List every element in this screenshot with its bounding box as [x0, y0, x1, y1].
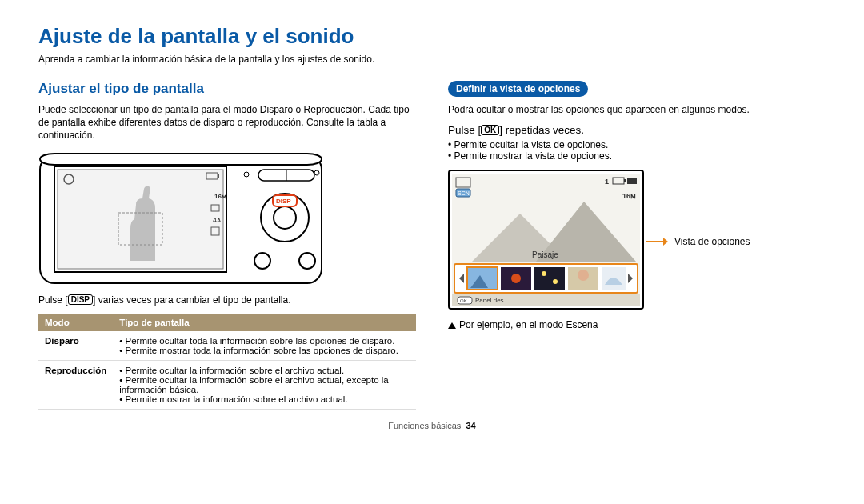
th-mode: Modo — [38, 314, 113, 331]
svg-point-41 — [511, 274, 521, 283]
svg-text:16ᴍ: 16ᴍ — [622, 192, 636, 200]
footer-page: 34 — [466, 421, 475, 430]
mode-item: Permite ocultar la información sobre el … — [119, 366, 410, 375]
table-row: Reproducción Permite ocultar la informac… — [38, 360, 416, 409]
svg-rect-6 — [218, 174, 219, 178]
left-paragraph: Puede seleccionar un tipo de pantalla pa… — [38, 103, 416, 142]
svg-text:DISP: DISP — [276, 198, 291, 205]
modes-table: Modo Tipo de pantalla Disparo Permite oc… — [38, 314, 416, 410]
svg-text:OK: OK — [460, 298, 467, 303]
instr-before: Pulse [ — [448, 124, 481, 136]
camera-screen-illustration: SCN 1 16ᴍ Paisaje — [448, 170, 644, 313]
svg-point-46 — [578, 270, 589, 281]
ok-instruction: Pulse [OK] repetidas veces. — [448, 124, 826, 136]
svg-text:Panel des.: Panel des. — [475, 297, 506, 304]
page-footer: Funciones básicas 34 — [38, 421, 826, 430]
ok-label: OK — [481, 125, 499, 135]
example-text: Por ejemplo, en el modo Escena — [459, 319, 598, 330]
svg-point-19 — [254, 253, 270, 269]
svg-point-20 — [299, 253, 315, 269]
svg-rect-42 — [534, 267, 565, 290]
svg-point-16 — [274, 206, 296, 229]
disp-label: DISP — [68, 294, 93, 305]
svg-text:16ᴍ: 16ᴍ — [214, 193, 226, 200]
bullet-item: Permite ocultar la vista de opciones. — [448, 139, 826, 150]
svg-text:4ᴀ: 4ᴀ — [213, 216, 222, 224]
footer-section: Funciones básicas — [388, 421, 461, 430]
instr-after: ] repetidas veces. — [499, 124, 584, 136]
caption-before: Pulse [ — [38, 294, 68, 306]
disp-caption: Pulse [DISP] varias veces para cambiar e… — [38, 294, 416, 306]
right-bullets: Permite ocultar la vista de opciones. Pe… — [448, 139, 826, 162]
svg-text:1: 1 — [605, 178, 609, 186]
caption-after: ] varias veces para cambiar el tipo de p… — [93, 294, 290, 306]
svg-point-44 — [553, 279, 558, 284]
mode-item: Permite ocultar la información sobre el … — [119, 375, 410, 394]
right-column: Definir la vista de opciones Podrá ocult… — [448, 81, 826, 410]
svg-text:SCN: SCN — [458, 190, 470, 196]
svg-marker-53 — [663, 238, 668, 246]
lede: Aprenda a cambiar la información básica … — [38, 54, 826, 65]
section-heading-left: Ajustar el tipo de pantalla — [38, 81, 416, 97]
right-paragraph: Podrá ocultar o mostrar las opciones que… — [448, 103, 826, 116]
page-title: Ajuste de la pantalla y el sonido — [38, 24, 826, 49]
th-type: Tipo de pantalla — [113, 314, 416, 331]
arrow-icon — [646, 236, 668, 247]
mode-cell: Disparo — [38, 331, 113, 361]
mode-item: Permite mostrar toda la información sobr… — [119, 346, 410, 355]
left-column: Ajustar el tipo de pantalla Puede selecc… — [38, 81, 416, 410]
svg-rect-1 — [40, 154, 322, 165]
camera-illustration: 16ᴍ 4ᴀ DISP — [38, 149, 416, 288]
svg-text:Paisaje: Paisaje — [532, 250, 558, 259]
example-note: Por ejemplo, en el modo Escena — [448, 319, 826, 330]
svg-rect-29 — [624, 179, 626, 182]
pill-heading: Definir la vista de opciones — [448, 81, 588, 97]
options-annotation: Vista de opciones — [674, 236, 750, 247]
svg-point-43 — [542, 271, 546, 276]
mode-cell: Reproducción — [38, 360, 113, 409]
table-row: Disparo Permite ocultar toda la informac… — [38, 331, 416, 361]
bullet-item: Permite mostrar la vista de opciones. — [448, 150, 826, 162]
mode-item: Permite mostrar la información sobre el … — [119, 394, 410, 404]
triangle-icon — [448, 322, 456, 329]
svg-rect-30 — [627, 178, 637, 184]
mode-item: Permite ocultar toda la información sobr… — [119, 336, 410, 346]
